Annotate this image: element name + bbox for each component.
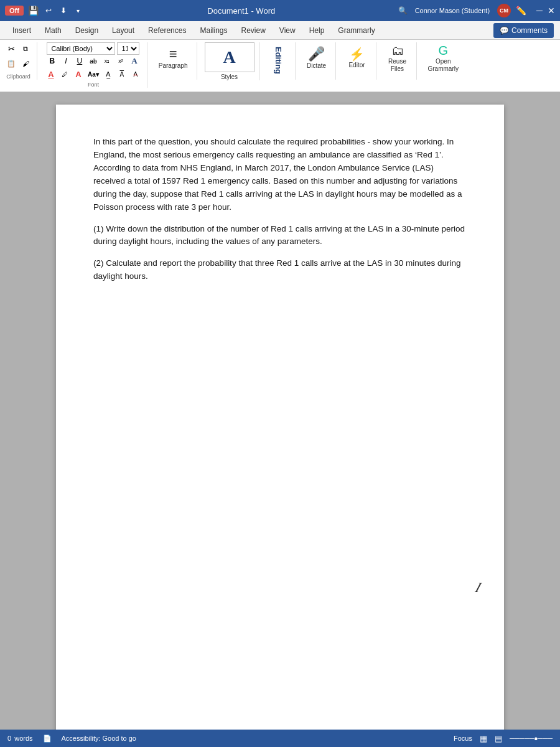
paragraph-icon: ≡ (169, 47, 177, 61)
font-label: Font (88, 82, 99, 88)
editor-button[interactable]: ⚡ Editor (343, 42, 371, 75)
tab-help[interactable]: Help (303, 21, 331, 39)
grammarly-icon: G (438, 44, 448, 57)
tab-references[interactable]: References (142, 21, 192, 39)
strikethrough-button[interactable]: ab (87, 55, 100, 67)
tab-math[interactable]: Math (39, 21, 68, 39)
title-bar-left: Off 💾 ↩ ⬇ ▾ (5, 4, 85, 17)
styles-box[interactable]: A (205, 42, 254, 72)
dictate-group: 🎤 Dictate (301, 42, 336, 80)
font-color-button[interactable]: A (45, 68, 57, 80)
text-effects-button[interactable]: A (128, 55, 141, 67)
word-count-number: 0 (7, 735, 11, 742)
word-count: 0 words (7, 735, 33, 742)
user-initials: CM (500, 7, 508, 14)
customize-icon[interactable]: ▾ (72, 4, 85, 17)
paragraph-group: ≡ Paragraph (152, 42, 197, 80)
editor-label: Editor (348, 62, 365, 69)
font-group: Calibri (Body) 11 12 14 B I U ab x₂ x² A… (42, 42, 147, 88)
font-name-row: Calibri (Body) 11 12 14 (47, 42, 139, 55)
close-button[interactable]: ✕ (548, 6, 555, 16)
paste-row: 📋 🖌 (5, 57, 32, 70)
comments-label: Comments (511, 26, 548, 35)
off-button[interactable]: Off (5, 6, 24, 16)
open-grammarly-label: OpenGrammarly (428, 58, 459, 73)
tab-grammarly[interactable]: Grammarly (332, 21, 381, 39)
view-mode-icon1[interactable]: ▦ (480, 734, 487, 743)
font-size-select[interactable]: 11 12 14 (117, 42, 139, 55)
tab-review[interactable]: Review (235, 21, 271, 39)
cursor-i-beam: 𝐼 (475, 577, 479, 598)
app-window: Off 💾 ↩ ⬇ ▾ Document1 - Word 🔍 Connor Ma… (0, 0, 560, 747)
paragraph-1: In this part of the question, you should… (93, 136, 467, 214)
format-painter-button[interactable]: 🖌 (19, 57, 32, 70)
paste-button[interactable]: 📋 (5, 57, 17, 70)
paragraph-2: (1) Write down the distribution of the n… (93, 223, 467, 249)
reuse-files-button[interactable]: 🗂 ReuseFiles (384, 42, 411, 75)
strikeout-button[interactable]: A (129, 68, 142, 80)
page-indicator: 📄 (43, 735, 52, 743)
view-mode-icon2[interactable]: ▤ (495, 734, 502, 743)
clipboard-row: ✂ ⧉ (5, 42, 32, 55)
redo-icon[interactable]: ⬇ (57, 4, 70, 17)
user-name: Connor Mason (Student) (415, 7, 490, 14)
subscript-button[interactable]: x₂ (101, 55, 113, 67)
editing-group: Editing (265, 42, 296, 80)
paragraph-button[interactable]: ≡ Paragraph (155, 42, 192, 75)
copy-button[interactable]: ⧉ (19, 42, 32, 55)
minimize-button[interactable]: ─ (536, 6, 543, 16)
title-bar: Off 💾 ↩ ⬇ ▾ Document1 - Word 🔍 Connor Ma… (0, 0, 560, 21)
paragraph-3: (2) Calculate and report the probability… (93, 257, 467, 283)
tab-view[interactable]: View (273, 21, 302, 39)
reuse-files-group: 🗂 ReuseFiles (381, 42, 417, 80)
quick-access-toolbar: 💾 ↩ ⬇ ▾ (27, 4, 85, 17)
italic-button[interactable]: I (60, 55, 72, 67)
dictate-button[interactable]: 🎤 Dictate (303, 42, 330, 75)
reuse-files-icon: 🗂 (391, 44, 404, 57)
tab-insert[interactable]: Insert (6, 21, 37, 39)
reuse-files-label: ReuseFiles (388, 58, 406, 73)
save-icon[interactable]: 💾 (27, 4, 40, 17)
words-label: words (14, 735, 32, 742)
document-page[interactable]: In this part of the question, you should… (56, 105, 504, 735)
tab-mailings[interactable]: Mailings (194, 21, 233, 39)
tab-layout[interactable]: Layout (106, 21, 141, 39)
open-grammarly-button[interactable]: G OpenGrammarly (424, 42, 462, 75)
pen-icon: ✏️ (516, 6, 526, 16)
editing-button[interactable]: Editing (268, 42, 290, 75)
styles-group: A Styles (202, 42, 260, 80)
font-name-select[interactable]: Calibri (Body) (47, 42, 115, 55)
case-button[interactable]: A (116, 68, 128, 80)
zoom-slider[interactable]: ─────●─── (510, 735, 553, 742)
comments-icon: 💬 (500, 26, 509, 35)
underline-button[interactable]: U (73, 55, 86, 67)
font-format-row: B I U ab x₂ x² A (46, 55, 141, 67)
editor-group: ⚡ Editor (341, 42, 376, 80)
grammarly-group: G OpenGrammarly (422, 42, 467, 80)
document-body: In this part of the question, you should… (93, 136, 467, 283)
editing-icon: Editing (274, 47, 282, 69)
title-bar-right: 🔍 Connor Mason (Student) CM ✏️ ─ ✕ (398, 4, 555, 17)
font-size-up-button[interactable]: Aa▾ (86, 68, 101, 80)
dictate-label: Dictate (307, 62, 326, 70)
highlight-button[interactable]: 🖊 (58, 68, 71, 80)
avatar[interactable]: CM (497, 4, 511, 17)
styles-label: Styles (205, 73, 254, 80)
tab-design[interactable]: Design (69, 21, 105, 39)
editor-icon: ⚡ (349, 48, 365, 60)
search-icon[interactable]: 🔍 (398, 6, 408, 15)
microphone-icon: 🎤 (308, 47, 325, 61)
superscript-button[interactable]: x² (114, 55, 127, 67)
focus-label: Focus (454, 735, 472, 742)
undo-icon[interactable]: ↩ (42, 4, 55, 17)
bold-button[interactable]: B (46, 55, 58, 67)
ribbon-content: ✂ ⧉ 📋 🖌 Clipboard Calibri (Body) 11 12 1… (0, 40, 560, 92)
clipboard-label: Clipboard (6, 73, 30, 80)
clear-format-button[interactable]: A̲ (102, 68, 114, 80)
status-bar: 0 words 📄 Accessibility: Good to go Focu… (0, 730, 560, 747)
styles-a-icon: A (223, 47, 235, 67)
cut-button[interactable]: ✂ (5, 42, 17, 55)
font-color-row: A 🖊 A Aa▾ A̲ A A (45, 68, 142, 80)
font-color2-button[interactable]: A (72, 68, 85, 80)
comments-button[interactable]: 💬 Comments (493, 23, 554, 38)
